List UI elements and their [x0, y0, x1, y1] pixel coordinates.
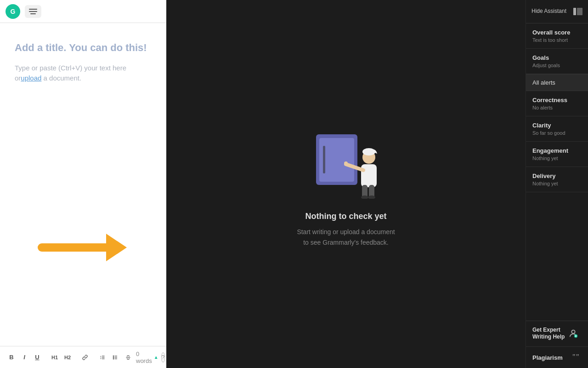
nothing-yet-sub: Start writing or upload a document to se…: [297, 227, 395, 247]
editor-panel: G Add a title. You can do this! Type or …: [0, 0, 166, 368]
unordered-list-button[interactable]: [110, 352, 120, 362]
svg-rect-17: [361, 164, 377, 187]
editor-area[interactable]: Add a title. You can do this! Type or pa…: [0, 23, 166, 346]
bottom-toolbar: B I U H1 H2: [0, 346, 166, 368]
goals-title: Goals: [532, 54, 582, 61]
correctness-title: Correctness: [532, 97, 582, 104]
svg-rect-14: [323, 146, 325, 173]
italic-button[interactable]: I: [19, 352, 29, 362]
expert-help-text: Get ExpertWriting Help: [532, 327, 565, 341]
strikethrough-button[interactable]: [123, 352, 133, 362]
upload-link[interactable]: upload: [21, 74, 41, 82]
svg-marker-1: [106, 234, 127, 261]
sidebar-bottom: Get ExpertWriting Help Plagiarism " ": [526, 321, 588, 368]
correctness-section[interactable]: Correctness No alerts: [526, 91, 588, 116]
engagement-subtitle: Nothing yet: [532, 155, 582, 161]
all-alerts-label: All alerts: [532, 79, 582, 86]
right-sidebar: Hide Assistant Overall score Text is too…: [526, 0, 588, 368]
menu-button[interactable]: [25, 5, 41, 18]
help-button[interactable]: ?: [161, 352, 165, 362]
engagement-section[interactable]: Engagement Nothing yet: [526, 142, 588, 167]
correctness-subtitle: No alerts: [532, 105, 582, 110]
arrow-overlay: [37, 224, 129, 272]
engagement-title: Engagement: [532, 147, 582, 154]
ordered-list-button[interactable]: [97, 352, 107, 362]
editor-title-placeholder: Add a title. You can do this!: [15, 41, 152, 55]
top-bar: G: [0, 0, 166, 23]
sidebar-spacer: [526, 192, 588, 321]
word-count-arrow: ▲: [154, 355, 158, 360]
sidebar-header: Hide Assistant: [526, 0, 588, 23]
word-count-bar: 0 words ▲: [136, 351, 158, 364]
goals-subtitle: Adjust goals: [532, 63, 582, 68]
bold-button[interactable]: B: [6, 352, 17, 362]
editor-body-placeholder: Type or paste (Ctrl+V) your text here or…: [15, 63, 152, 84]
hide-assistant-button[interactable]: Hide Assistant: [531, 8, 573, 15]
middle-panel: Nothing to check yet Start writing or up…: [166, 0, 526, 368]
svg-point-8: [113, 356, 114, 356]
delivery-subtitle: Nothing yet: [532, 181, 582, 186]
illustration-container: [309, 121, 383, 201]
plagiarism-label: Plagiarism: [532, 354, 563, 361]
svg-point-9: [113, 357, 114, 358]
panel-layout-icon[interactable]: [573, 8, 582, 15]
svg-rect-24: [573, 8, 576, 15]
clarity-subtitle: So far so good: [532, 130, 582, 136]
h2-button[interactable]: H2: [62, 353, 73, 362]
overall-score-section[interactable]: Overall score Text is too short: [526, 23, 588, 49]
word-count[interactable]: 0 words ▲: [136, 351, 158, 364]
underline-button[interactable]: U: [32, 352, 42, 362]
delivery-section[interactable]: Delivery Nothing yet: [526, 167, 588, 192]
expert-help-section[interactable]: Get ExpertWriting Help: [526, 321, 588, 347]
svg-point-23: [344, 161, 348, 165]
svg-text:": ": [572, 353, 576, 361]
svg-point-26: [572, 330, 575, 334]
all-alerts-section[interactable]: All alerts: [526, 75, 588, 91]
svg-rect-25: [577, 8, 582, 15]
delivery-title: Delivery: [532, 172, 582, 179]
clarity-title: Clarity: [532, 122, 582, 129]
expert-help-icon: [568, 328, 578, 339]
overall-score-title: Overall score: [532, 29, 582, 36]
goals-section[interactable]: Goals Adjust goals: [526, 49, 588, 74]
overall-score-subtitle: Text is too short: [532, 37, 582, 43]
svg-text:": ": [576, 353, 579, 361]
grammarly-logo: G: [6, 4, 20, 19]
plagiarism-section[interactable]: Plagiarism " ": [526, 347, 588, 368]
nothing-yet-heading: Nothing to check yet: [305, 212, 386, 221]
clarity-section[interactable]: Clarity So far so good: [526, 116, 588, 142]
h1-button[interactable]: H1: [50, 353, 60, 362]
plagiarism-icon: " ": [572, 352, 582, 362]
link-button[interactable]: [80, 352, 90, 362]
svg-point-10: [113, 358, 114, 359]
